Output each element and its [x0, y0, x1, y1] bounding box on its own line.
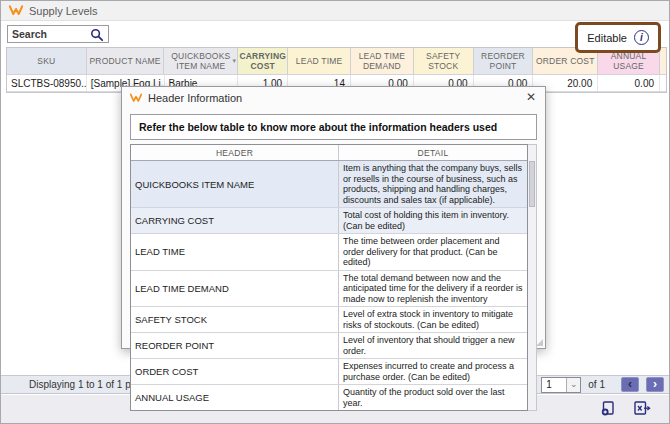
- column-header-lead-time[interactable]: LEAD TIME: [288, 48, 351, 74]
- definition-header: REORDER POINT: [131, 333, 339, 358]
- definition-row-reorder-point: REORDER POINT Level of inventory that sh…: [131, 333, 527, 359]
- cell-overflow-sliver: [660, 75, 666, 91]
- definition-header: LEAD TIME: [131, 234, 339, 270]
- column-header-overflow-sliver: [660, 48, 666, 74]
- page-count-label: of 1: [588, 379, 605, 390]
- chevron-down-icon[interactable]: ⌄: [566, 378, 580, 392]
- definition-row-safety-stock: SAFETY STOCK Level of extra stock in inv…: [131, 307, 527, 333]
- definition-row-annual-usage: ANNUAL USAGE Quantity of the product sol…: [131, 385, 527, 410]
- window-titlebar: Supply Levels: [1, 1, 669, 21]
- grid-header-row: SKU PRODUCT NAME QUICKBOOKS ITEM NAME▾ C…: [7, 48, 666, 74]
- resize-handle[interactable]: [536, 339, 543, 346]
- search-input[interactable]: [8, 27, 90, 41]
- column-header-lead-time-demand[interactable]: LEAD TIME DEMAND: [351, 48, 414, 74]
- close-icon[interactable]: ✕: [526, 91, 536, 103]
- definition-row-lead-time-demand: LEAD TIME DEMAND The total demand betwee…: [131, 271, 527, 308]
- dialog-scrollbar[interactable]: [528, 144, 537, 411]
- definitions-col-detail: DETAIL: [339, 145, 527, 160]
- footer-actions: [599, 400, 651, 417]
- definition-detail: Expenses incurred to create and process …: [339, 359, 527, 384]
- column-header-label: QUICKBOOKS ITEM NAME: [166, 51, 235, 71]
- refresh-document-icon: [600, 400, 617, 417]
- definition-detail: Total cost of holding this item in inven…: [339, 208, 527, 233]
- search-box[interactable]: [7, 25, 109, 43]
- definition-header: ANNUAL USAGE: [131, 385, 339, 410]
- export-excel-icon: [633, 400, 651, 417]
- dialog-table-wrap: HEADER DETAIL QUICKBOOKS ITEM NAME Item …: [130, 144, 537, 411]
- definition-header: CARRYING COST: [131, 208, 339, 233]
- header-information-dialog: Header Information ✕ Refer the below tab…: [121, 86, 546, 349]
- sort-icon[interactable]: ▾: [233, 57, 237, 65]
- refresh-document-button[interactable]: [599, 400, 617, 417]
- info-icon[interactable]: i: [634, 30, 649, 45]
- column-header-sku[interactable]: SKU: [7, 48, 87, 74]
- column-header-safety-stock[interactable]: SAFETY STOCK: [414, 48, 474, 74]
- column-header-product-name[interactable]: PRODUCT NAME: [87, 48, 165, 74]
- dialog-logo-icon: [130, 93, 142, 103]
- goto-page-value: 1: [542, 378, 566, 392]
- previous-page-button[interactable]: ‹: [621, 377, 639, 392]
- definition-detail: Quantity of the product sold over the la…: [339, 385, 527, 410]
- cell-sku[interactable]: SLCTBS-08950...: [7, 75, 87, 91]
- dialog-note: Refer the below table to know more about…: [130, 114, 537, 140]
- definition-detail: Level of inventory that should trigger a…: [339, 333, 527, 358]
- definition-row-order-cost: ORDER COST Expenses incurred to create a…: [131, 359, 527, 385]
- dialog-titlebar: Header Information ✕: [122, 87, 545, 108]
- window-title: Supply Levels: [29, 5, 98, 17]
- export-excel-button[interactable]: [633, 400, 651, 417]
- column-header-quickbooks-item-name[interactable]: QUICKBOOKS ITEM NAME▾: [164, 48, 238, 74]
- scrollbar-thumb[interactable]: [529, 161, 535, 207]
- header-definitions-table: HEADER DETAIL QUICKBOOKS ITEM NAME Item …: [130, 144, 528, 411]
- definition-row-carrying-cost: CARRYING COST Total cost of holding this…: [131, 208, 527, 234]
- definitions-header-row: HEADER DETAIL: [131, 145, 527, 161]
- editable-badge: Editable i: [575, 22, 661, 53]
- definition-detail: Item is anything that the company buys, …: [339, 161, 527, 207]
- editable-label: Editable: [587, 32, 627, 44]
- cell-annual-usage[interactable]: 0.00: [598, 75, 660, 91]
- column-header-carrying-cost[interactable]: CARRYING COST: [238, 48, 288, 74]
- definition-header: SAFETY STOCK: [131, 307, 339, 332]
- definition-row-quickbooks-item-name: QUICKBOOKS ITEM NAME Item is anything th…: [131, 161, 527, 208]
- definition-header: ORDER COST: [131, 359, 339, 384]
- definition-detail: The total demand between now and the ant…: [339, 271, 527, 307]
- app-logo-icon: [9, 5, 23, 16]
- definition-detail: Level of extra stock in inventory to mit…: [339, 307, 527, 332]
- definition-detail: The time between order placement and ord…: [339, 234, 527, 270]
- definitions-col-header: HEADER: [131, 145, 339, 160]
- next-page-button[interactable]: ›: [646, 377, 664, 392]
- definition-row-lead-time: LEAD TIME The time between order placeme…: [131, 234, 527, 271]
- definition-header: QUICKBOOKS ITEM NAME: [131, 161, 339, 207]
- dialog-title: Header Information: [148, 92, 242, 104]
- app-window: Supply Levels Editable i SKU PRODUCT NAM…: [0, 0, 670, 424]
- search-icon[interactable]: [90, 28, 104, 42]
- goto-page-dropdown[interactable]: 1 ⌄: [541, 377, 581, 393]
- definition-header: LEAD TIME DEMAND: [131, 271, 339, 307]
- column-header-reorder-point[interactable]: REORDER POINT: [474, 48, 534, 74]
